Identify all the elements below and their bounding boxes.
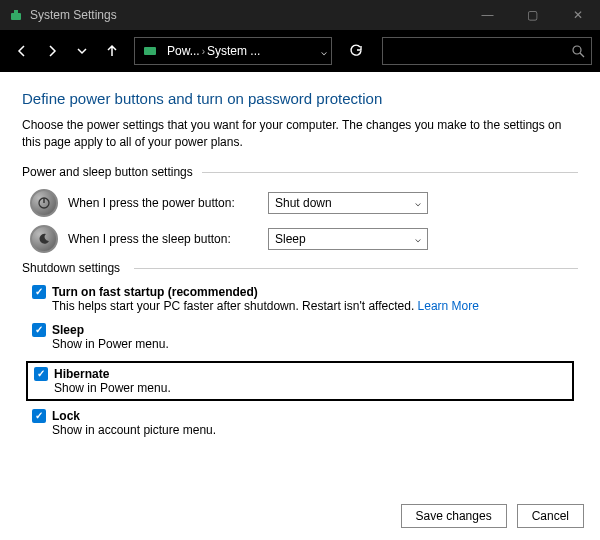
sleep-button-row: When I press the sleep button: Sleep⌵ xyxy=(30,225,578,253)
power-icon xyxy=(30,189,58,217)
sleep-title: Sleep xyxy=(52,323,84,337)
up-button[interactable] xyxy=(98,37,126,65)
svg-line-4 xyxy=(580,53,584,57)
breadcrumb[interactable]: Pow... › System ... ⌵ xyxy=(134,37,332,65)
minimize-button[interactable]: — xyxy=(465,0,510,30)
fast-startup-desc: This helps start your PC faster after sh… xyxy=(52,299,418,313)
content-pane: Define power buttons and turn on passwor… xyxy=(0,72,600,490)
page-heading: Define power buttons and turn on passwor… xyxy=(22,90,578,107)
search-input[interactable] xyxy=(382,37,592,65)
titlebar: System Settings — ▢ ✕ xyxy=(0,0,600,30)
lock-item: ✓Lock Show in account picture menu. xyxy=(32,409,578,437)
power-button-label: When I press the power button: xyxy=(68,196,258,210)
close-button[interactable]: ✕ xyxy=(555,0,600,30)
lock-title: Lock xyxy=(52,409,80,423)
svg-point-3 xyxy=(573,46,581,54)
chevron-right-icon: › xyxy=(202,46,205,57)
hibernate-title: Hibernate xyxy=(54,367,109,381)
crumb-system[interactable]: System ... xyxy=(207,44,260,58)
svg-rect-0 xyxy=(11,13,21,20)
hibernate-checkbox[interactable]: ✓ xyxy=(34,367,48,381)
learn-more-link[interactable]: Learn More xyxy=(418,299,479,313)
fast-startup-checkbox[interactable]: ✓ xyxy=(32,285,46,299)
section-power-sleep: Power and sleep button settings xyxy=(22,165,578,179)
recent-dropdown[interactable] xyxy=(68,37,96,65)
save-button[interactable]: Save changes xyxy=(401,504,507,528)
cancel-button[interactable]: Cancel xyxy=(517,504,584,528)
chevron-down-icon[interactable]: ⌵ xyxy=(321,46,327,57)
back-button[interactable] xyxy=(8,37,36,65)
refresh-button[interactable] xyxy=(342,37,370,65)
section-shutdown: Shutdown settings xyxy=(22,261,578,275)
sleep-checkbox[interactable]: ✓ xyxy=(32,323,46,337)
search-icon xyxy=(572,45,585,58)
sleep-item: ✓Sleep Show in Power menu. xyxy=(32,323,578,351)
app-icon xyxy=(8,7,24,23)
fast-startup-item: ✓Turn on fast startup (recommended) This… xyxy=(32,285,578,313)
svg-rect-2 xyxy=(144,47,156,55)
sleep-desc: Show in Power menu. xyxy=(52,337,578,351)
chevron-down-icon: ⌵ xyxy=(415,233,421,244)
chevron-down-icon: ⌵ xyxy=(415,197,421,208)
lock-desc: Show in account picture menu. xyxy=(52,423,578,437)
navbar: Pow... › System ... ⌵ xyxy=(0,30,600,72)
window-title: System Settings xyxy=(30,8,117,22)
hibernate-highlight-box: ✓Hibernate Show in Power menu. xyxy=(26,361,574,401)
footer: Save changes Cancel xyxy=(0,490,600,540)
sleep-icon xyxy=(30,225,58,253)
maximize-button[interactable]: ▢ xyxy=(510,0,555,30)
sleep-button-value: Sleep xyxy=(275,232,306,246)
sleep-button-select[interactable]: Sleep⌵ xyxy=(268,228,428,250)
control-panel-icon xyxy=(143,43,159,59)
sleep-button-label: When I press the sleep button: xyxy=(68,232,258,246)
forward-button[interactable] xyxy=(38,37,66,65)
power-button-value: Shut down xyxy=(275,196,332,210)
power-button-select[interactable]: Shut down⌵ xyxy=(268,192,428,214)
hibernate-desc: Show in Power menu. xyxy=(54,381,566,395)
power-button-row: When I press the power button: Shut down… xyxy=(30,189,578,217)
crumb-power[interactable]: Pow... xyxy=(167,44,200,58)
svg-rect-1 xyxy=(14,10,18,14)
page-description: Choose the power settings that you want … xyxy=(22,117,578,151)
lock-checkbox[interactable]: ✓ xyxy=(32,409,46,423)
fast-startup-title: Turn on fast startup (recommended) xyxy=(52,285,258,299)
